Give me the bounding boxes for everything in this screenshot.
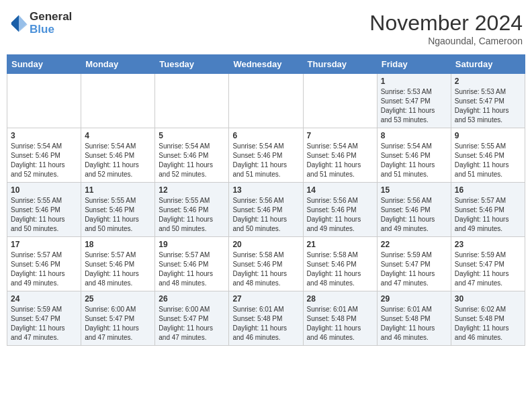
day-cell: 19Sunrise: 5:57 AM Sunset: 5:46 PM Dayli… bbox=[155, 237, 229, 291]
day-cell: 29Sunrise: 6:01 AM Sunset: 5:48 PM Dayli… bbox=[377, 291, 451, 346]
week-row-4: 17Sunrise: 5:57 AM Sunset: 5:46 PM Dayli… bbox=[7, 237, 525, 291]
week-row-2: 3Sunrise: 5:54 AM Sunset: 5:46 PM Daylig… bbox=[7, 128, 525, 183]
day-number: 21 bbox=[307, 240, 373, 249]
day-cell bbox=[7, 74, 81, 128]
day-cell: 15Sunrise: 5:56 AM Sunset: 5:46 PM Dayli… bbox=[377, 183, 451, 237]
day-info: Sunrise: 5:55 AM Sunset: 5:46 PM Dayligh… bbox=[159, 196, 225, 234]
col-header-friday: Friday bbox=[377, 55, 451, 74]
day-cell: 21Sunrise: 5:58 AM Sunset: 5:46 PM Dayli… bbox=[303, 237, 377, 291]
col-header-tuesday: Tuesday bbox=[155, 55, 229, 74]
logo-general: General bbox=[30, 11, 72, 24]
day-cell: 25Sunrise: 6:00 AM Sunset: 5:47 PM Dayli… bbox=[81, 291, 155, 346]
day-info: Sunrise: 5:57 AM Sunset: 5:46 PM Dayligh… bbox=[85, 250, 151, 288]
col-header-wednesday: Wednesday bbox=[229, 55, 303, 74]
day-info: Sunrise: 5:56 AM Sunset: 5:46 PM Dayligh… bbox=[232, 196, 299, 234]
day-cell: 27Sunrise: 6:01 AM Sunset: 5:48 PM Dayli… bbox=[229, 291, 303, 346]
day-info: Sunrise: 5:54 AM Sunset: 5:46 PM Dayligh… bbox=[159, 142, 225, 179]
day-info: Sunrise: 6:01 AM Sunset: 5:48 PM Dayligh… bbox=[381, 305, 447, 342]
day-number: 16 bbox=[455, 185, 521, 195]
day-cell: 12Sunrise: 5:55 AM Sunset: 5:46 PM Dayli… bbox=[155, 183, 229, 237]
location: Ngaoundal, Cameroon bbox=[369, 36, 523, 46]
day-cell: 26Sunrise: 6:00 AM Sunset: 5:47 PM Dayli… bbox=[155, 291, 229, 346]
day-cell: 30Sunrise: 6:02 AM Sunset: 5:48 PM Dayli… bbox=[451, 291, 525, 346]
day-number: 23 bbox=[455, 240, 521, 249]
day-info: Sunrise: 5:55 AM Sunset: 5:46 PM Dayligh… bbox=[85, 196, 151, 234]
day-number: 4 bbox=[85, 131, 151, 140]
day-info: Sunrise: 6:02 AM Sunset: 5:48 PM Dayligh… bbox=[455, 305, 521, 342]
day-cell: 1Sunrise: 5:53 AM Sunset: 5:47 PM Daylig… bbox=[377, 74, 451, 128]
day-cell bbox=[303, 74, 377, 128]
day-number: 12 bbox=[159, 185, 225, 195]
day-number: 18 bbox=[85, 240, 151, 249]
day-info: Sunrise: 5:58 AM Sunset: 5:46 PM Dayligh… bbox=[232, 250, 299, 288]
day-number: 8 bbox=[381, 131, 447, 140]
day-cell: 16Sunrise: 5:57 AM Sunset: 5:46 PM Dayli… bbox=[451, 183, 525, 237]
logo-blue: Blue bbox=[30, 24, 72, 36]
day-info: Sunrise: 5:54 AM Sunset: 5:46 PM Dayligh… bbox=[232, 142, 299, 179]
day-cell: 2Sunrise: 5:53 AM Sunset: 5:47 PM Daylig… bbox=[451, 74, 525, 128]
day-cell: 11Sunrise: 5:55 AM Sunset: 5:46 PM Dayli… bbox=[81, 183, 155, 237]
calendar-table: SundayMondayTuesdayWednesdayThursdayFrid… bbox=[7, 54, 525, 346]
day-number: 28 bbox=[307, 294, 373, 304]
day-info: Sunrise: 5:53 AM Sunset: 5:47 PM Dayligh… bbox=[455, 87, 521, 125]
day-cell: 28Sunrise: 6:01 AM Sunset: 5:48 PM Dayli… bbox=[303, 291, 377, 346]
day-info: Sunrise: 6:01 AM Sunset: 5:48 PM Dayligh… bbox=[307, 305, 373, 342]
week-row-1: 1Sunrise: 5:53 AM Sunset: 5:47 PM Daylig… bbox=[7, 74, 525, 128]
title-block: November 2024 Ngaoundal, Cameroon bbox=[369, 11, 523, 46]
day-info: Sunrise: 5:58 AM Sunset: 5:46 PM Dayligh… bbox=[307, 250, 373, 288]
day-number: 13 bbox=[232, 185, 299, 195]
day-cell: 14Sunrise: 5:56 AM Sunset: 5:46 PM Dayli… bbox=[303, 183, 377, 237]
day-info: Sunrise: 5:54 AM Sunset: 5:46 PM Dayligh… bbox=[381, 142, 447, 179]
day-info: Sunrise: 5:57 AM Sunset: 5:46 PM Dayligh… bbox=[455, 196, 521, 234]
logo-icon bbox=[9, 14, 28, 33]
day-info: Sunrise: 5:59 AM Sunset: 5:47 PM Dayligh… bbox=[455, 250, 521, 288]
col-header-saturday: Saturday bbox=[451, 55, 525, 74]
day-info: Sunrise: 6:00 AM Sunset: 5:47 PM Dayligh… bbox=[85, 305, 151, 342]
day-cell: 6Sunrise: 5:54 AM Sunset: 5:46 PM Daylig… bbox=[229, 128, 303, 183]
week-row-3: 10Sunrise: 5:55 AM Sunset: 5:46 PM Dayli… bbox=[7, 183, 525, 237]
day-cell: 7Sunrise: 5:54 AM Sunset: 5:46 PM Daylig… bbox=[303, 128, 377, 183]
day-number: 15 bbox=[381, 185, 447, 195]
svg-marker-1 bbox=[19, 15, 28, 32]
day-number: 3 bbox=[11, 131, 77, 140]
day-cell: 22Sunrise: 5:59 AM Sunset: 5:47 PM Dayli… bbox=[377, 237, 451, 291]
day-info: Sunrise: 6:00 AM Sunset: 5:47 PM Dayligh… bbox=[159, 305, 225, 342]
logo-text: General Blue bbox=[30, 11, 72, 36]
day-cell: 13Sunrise: 5:56 AM Sunset: 5:46 PM Dayli… bbox=[229, 183, 303, 237]
day-info: Sunrise: 5:59 AM Sunset: 5:47 PM Dayligh… bbox=[11, 305, 77, 342]
header-row: SundayMondayTuesdayWednesdayThursdayFrid… bbox=[7, 55, 525, 74]
day-cell: 9Sunrise: 5:55 AM Sunset: 5:46 PM Daylig… bbox=[451, 128, 525, 183]
day-info: Sunrise: 6:01 AM Sunset: 5:48 PM Dayligh… bbox=[232, 305, 299, 342]
day-info: Sunrise: 5:55 AM Sunset: 5:46 PM Dayligh… bbox=[11, 196, 77, 234]
day-cell bbox=[229, 74, 303, 128]
day-number: 11 bbox=[85, 185, 151, 195]
day-info: Sunrise: 5:56 AM Sunset: 5:46 PM Dayligh… bbox=[381, 196, 447, 234]
day-cell: 23Sunrise: 5:59 AM Sunset: 5:47 PM Dayli… bbox=[451, 237, 525, 291]
day-info: Sunrise: 5:54 AM Sunset: 5:46 PM Dayligh… bbox=[85, 142, 151, 179]
day-info: Sunrise: 5:54 AM Sunset: 5:46 PM Dayligh… bbox=[307, 142, 373, 179]
day-number: 14 bbox=[307, 185, 373, 195]
day-info: Sunrise: 5:55 AM Sunset: 5:46 PM Dayligh… bbox=[455, 142, 521, 179]
day-cell: 18Sunrise: 5:57 AM Sunset: 5:46 PM Dayli… bbox=[81, 237, 155, 291]
day-info: Sunrise: 5:56 AM Sunset: 5:46 PM Dayligh… bbox=[307, 196, 373, 234]
svg-marker-2 bbox=[11, 15, 19, 32]
week-row-5: 24Sunrise: 5:59 AM Sunset: 5:47 PM Dayli… bbox=[7, 291, 525, 346]
day-number: 29 bbox=[381, 294, 447, 304]
day-number: 24 bbox=[11, 294, 77, 304]
day-cell: 8Sunrise: 5:54 AM Sunset: 5:46 PM Daylig… bbox=[377, 128, 451, 183]
month-title: November 2024 bbox=[369, 11, 523, 36]
logo: General Blue bbox=[9, 11, 72, 36]
day-cell: 5Sunrise: 5:54 AM Sunset: 5:46 PM Daylig… bbox=[155, 128, 229, 183]
day-number: 30 bbox=[455, 294, 521, 304]
day-number: 9 bbox=[455, 131, 521, 140]
day-info: Sunrise: 5:57 AM Sunset: 5:46 PM Dayligh… bbox=[159, 250, 225, 288]
day-info: Sunrise: 5:53 AM Sunset: 5:47 PM Dayligh… bbox=[381, 87, 447, 125]
page-header: General Blue November 2024 Ngaoundal, Ca… bbox=[7, 7, 525, 50]
day-number: 6 bbox=[232, 131, 299, 140]
day-cell: 17Sunrise: 5:57 AM Sunset: 5:46 PM Dayli… bbox=[7, 237, 81, 291]
day-number: 2 bbox=[455, 77, 521, 86]
col-header-sunday: Sunday bbox=[7, 55, 81, 74]
day-info: Sunrise: 5:57 AM Sunset: 5:46 PM Dayligh… bbox=[11, 250, 77, 288]
day-number: 17 bbox=[11, 240, 77, 249]
day-number: 5 bbox=[159, 131, 225, 140]
